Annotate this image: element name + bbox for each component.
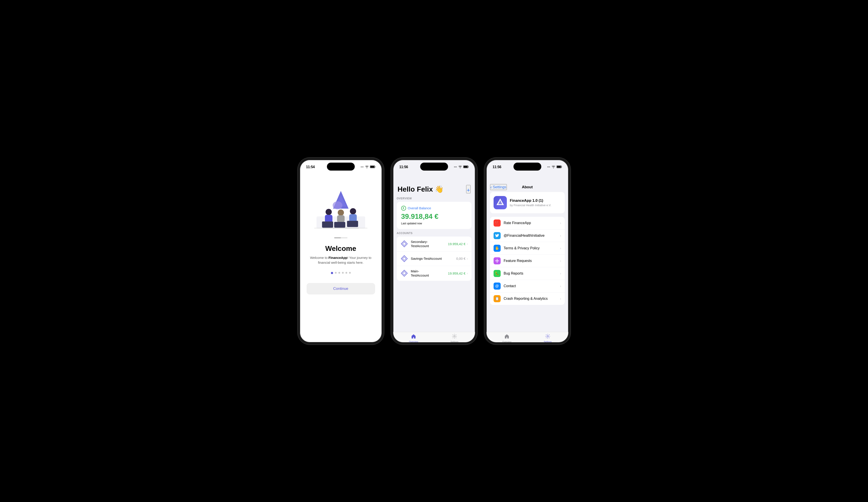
svg-rect-27	[557, 166, 561, 168]
dot-4	[342, 272, 344, 274]
svg-point-10	[350, 208, 356, 214]
crash-label: Crash Reporting & Analytics	[504, 297, 560, 301]
signal-dots: •••	[547, 166, 550, 168]
dynamic-island	[327, 163, 355, 171]
overview-section-label: OVERVIEW	[397, 197, 472, 200]
greeting-title: Hello Felix 👋	[397, 185, 444, 193]
account-name: Main-TestAccount	[411, 269, 448, 278]
rate-app-row[interactable]: ❤️ Rate FinanceApp ›	[490, 217, 565, 229]
back-chevron-icon: ‹	[490, 184, 492, 190]
battery-icon	[557, 165, 562, 169]
account-icon	[400, 240, 408, 248]
home-icon	[504, 334, 509, 340]
dot-3	[338, 272, 340, 274]
dot-5	[345, 272, 347, 274]
welcome-subtitle: Welcome to FinanceApp! Your journey to f…	[300, 255, 382, 265]
svg-marker-22	[403, 257, 406, 260]
hero-illustration	[310, 184, 372, 233]
account-amount: 19.959,42 €	[448, 271, 465, 275]
app-logo-icon	[496, 198, 504, 207]
welcome-screen: Welcome Welcome to FinanceApp! Your jour…	[300, 171, 382, 344]
account-row[interactable]: Main-TestAccount 19.959,42 € ›	[397, 266, 472, 281]
chevron-icon: ›	[560, 297, 561, 300]
svg-rect-12	[322, 221, 333, 228]
tab-bar: Overview Settings	[393, 332, 475, 344]
app-info-card: FinanceApp 1.0 (1) by Financial Health I…	[490, 192, 565, 213]
svg-point-6	[326, 209, 332, 215]
terms-row[interactable]: ✋ Terms & Privacy Policy ›	[490, 242, 565, 255]
terms-label: Terms & Privacy Policy	[504, 246, 560, 250]
contact-icon: @	[494, 282, 500, 290]
crash-icon: 📋	[494, 295, 500, 302]
svg-rect-9	[337, 215, 344, 222]
rate-icon: ❤️	[494, 220, 500, 227]
status-icons: •••	[361, 165, 375, 169]
chevron-icon: ›	[560, 246, 561, 250]
battery-icon	[463, 165, 469, 169]
rate-label: Rate FinanceApp	[504, 221, 560, 225]
account-name: Secondary-TestAccount	[411, 240, 448, 248]
svg-rect-14	[347, 221, 358, 227]
about-screen: ‹ Settings About FinanceApp 1.0 (1)	[486, 171, 568, 344]
twitter-row[interactable]: @FinancialHealthInitiative ›	[490, 229, 565, 242]
svg-point-8	[338, 210, 344, 216]
bug-reports-row[interactable]: 🐛 Bug Reports ›	[490, 267, 565, 280]
dynamic-island	[420, 163, 448, 171]
tab-overview[interactable]: Overview	[486, 334, 527, 343]
settings-icon	[545, 334, 550, 340]
twitter-icon	[494, 232, 500, 239]
chevron-icon: ›	[467, 271, 468, 275]
crash-reporting-row[interactable]: 📋 Crash Reporting & Analytics ›	[490, 292, 565, 305]
svg-rect-18	[464, 166, 467, 168]
chevron-icon: ›	[560, 259, 561, 263]
welcome-title: Welcome	[326, 244, 356, 253]
balance-label: Overall Balance	[408, 206, 431, 210]
chevron-icon: ›	[560, 221, 561, 225]
dot-1	[331, 272, 333, 274]
account-row[interactable]: Savings-TestAccount 0,00 € ›	[397, 252, 472, 266]
balance-amount: 39.918,84 €	[401, 212, 467, 221]
continue-button[interactable]: Continue	[307, 283, 375, 294]
tab-settings[interactable]: Settings	[434, 334, 475, 343]
account-icon	[400, 269, 408, 277]
tab-overview-label: Overview	[502, 341, 512, 343]
svg-point-4	[333, 201, 342, 209]
add-button[interactable]: +	[466, 185, 471, 193]
svg-rect-13	[334, 222, 345, 228]
contact-label: Contact	[504, 284, 560, 288]
dynamic-island	[514, 163, 541, 171]
phone-about: 11:56 ••• ‹ Setting	[484, 158, 570, 344]
settings-icon	[452, 334, 457, 340]
bug-reports-label: Bug Reports	[504, 271, 560, 275]
app-name: FinanceApp 1.0 (1)	[510, 199, 551, 203]
account-row[interactable]: Secondary-TestAccount 19.959,42 € ›	[397, 237, 472, 252]
back-button[interactable]: ‹ Settings	[490, 184, 507, 190]
svg-rect-7	[325, 215, 332, 223]
balance-header: € Overall Balance	[401, 206, 467, 211]
back-label: Settings	[493, 185, 506, 189]
overview-content: OVERVIEW € Overall Balance 39.918,84 € L…	[393, 197, 475, 332]
feature-requests-row[interactable]: Feature Requests ›	[490, 255, 565, 267]
status-icons: •••	[547, 165, 562, 169]
account-amount: 19.959,42 €	[448, 242, 465, 246]
tab-bar: Overview Settings	[486, 332, 568, 344]
svg-marker-19	[401, 241, 407, 247]
tab-settings-label: Settings	[451, 341, 458, 343]
svg-marker-24	[403, 271, 406, 275]
signal-dots: •••	[361, 166, 364, 168]
accounts-section-label: ACCOUNTS	[397, 232, 472, 235]
feature-icon	[494, 257, 500, 264]
chevron-icon: ›	[560, 284, 561, 288]
status-icons: •••	[454, 165, 469, 169]
about-nav-title: About	[522, 185, 533, 189]
svg-rect-11	[349, 214, 357, 222]
bug-icon: 🐛	[494, 270, 500, 277]
tab-overview[interactable]: Overview	[393, 334, 434, 343]
page-dots	[331, 272, 351, 274]
app-info-text: FinanceApp 1.0 (1) by Financial Health I…	[510, 199, 551, 207]
svg-marker-23	[401, 270, 407, 276]
battery-icon	[370, 165, 375, 169]
contact-row[interactable]: @ Contact ›	[490, 280, 565, 292]
app-icon	[494, 196, 507, 209]
tab-settings[interactable]: Settings	[527, 334, 568, 343]
